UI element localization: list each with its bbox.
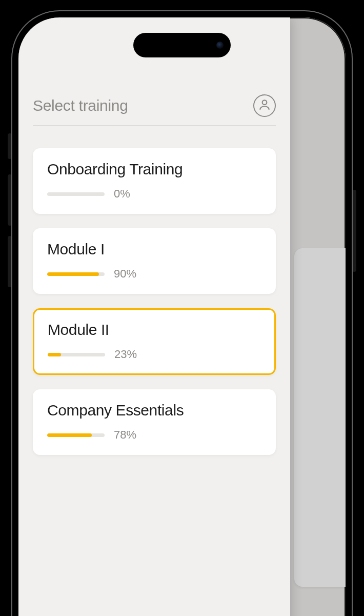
progress-fill <box>47 433 92 437</box>
progress-percent: 0% <box>114 187 130 201</box>
profile-button[interactable] <box>253 94 276 117</box>
volume-down-button <box>8 236 12 287</box>
progress-row: 0% <box>47 187 261 201</box>
svg-point-0 <box>262 100 267 105</box>
progress-bar <box>47 272 105 276</box>
training-card[interactable]: Onboarding Training0% <box>33 148 276 214</box>
training-title: Module II <box>48 321 261 339</box>
camera-icon <box>216 42 224 49</box>
training-title: Module I <box>47 241 261 258</box>
drawer-header: Select training <box>33 94 276 126</box>
progress-row: 78% <box>47 428 261 442</box>
training-card[interactable]: Company Essentials78% <box>33 389 276 455</box>
training-title: Onboarding Training <box>47 161 261 178</box>
training-title: Company Essentials <box>47 402 261 419</box>
training-card[interactable]: Module I90% <box>33 228 276 294</box>
volume-up-button <box>8 174 12 226</box>
progress-fill <box>48 353 61 356</box>
progress-fill <box>47 272 99 276</box>
dynamic-island <box>133 33 231 57</box>
drawer-title: Select training <box>33 97 128 114</box>
volume-switch <box>8 133 12 159</box>
progress-percent: 90% <box>114 267 136 281</box>
progress-percent: 78% <box>114 428 136 442</box>
progress-bar <box>47 192 105 196</box>
phone-frame: Select training Onboarding Training0%Mod… <box>12 11 352 616</box>
power-button <box>352 190 356 272</box>
progress-row: 90% <box>47 267 261 281</box>
training-drawer: Select training Onboarding Training0%Mod… <box>18 17 290 616</box>
training-list: Onboarding Training0%Module I90%Module I… <box>33 148 276 455</box>
progress-bar <box>48 353 105 356</box>
training-card[interactable]: Module II23% <box>33 308 276 375</box>
progress-percent: 23% <box>114 348 137 361</box>
progress-bar <box>47 433 105 437</box>
user-icon <box>258 98 271 113</box>
progress-row: 23% <box>48 348 261 361</box>
